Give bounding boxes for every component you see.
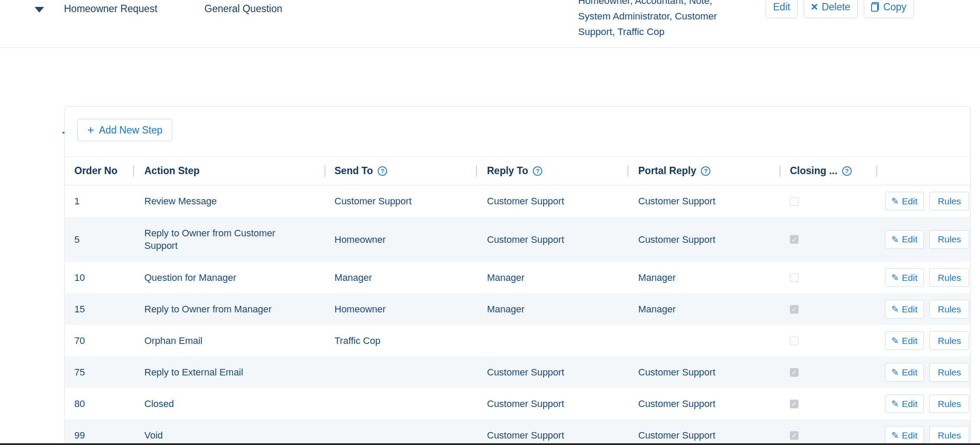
col-header-portal-reply: Portal Reply ? <box>638 165 790 177</box>
reply-to-cell: Manager <box>487 271 638 284</box>
send-to-cell: Traffic Cop <box>334 334 487 347</box>
closing-cell <box>790 273 855 282</box>
closing-checkbox[interactable]: ✓ <box>790 305 799 314</box>
record-header: Homeowner Request General Question Homeo… <box>0 0 980 48</box>
closing-checkbox[interactable]: ✓ <box>790 235 799 244</box>
portal-reply-cell: Customer Support <box>638 366 790 378</box>
row-edit-button[interactable]: ✎ Edit <box>885 268 924 287</box>
table-row: 15 Reply to Owner from Manager Homeowner… <box>65 293 970 325</box>
record-type: General Question <box>204 3 282 15</box>
column-divider <box>476 165 477 177</box>
action-step-cell: Reply to Owner from Manager <box>144 303 334 315</box>
row-rules-button[interactable]: Rules <box>929 268 969 287</box>
edit-button[interactable]: Edit <box>766 0 798 18</box>
portal-reply-cell: Manager <box>638 271 790 284</box>
pencil-icon: ✎ <box>891 368 899 377</box>
column-divider <box>780 165 780 177</box>
col-header-reply-to: Reply To ? <box>487 165 638 177</box>
tab-bar: Steps <box>0 48 980 106</box>
row-rules-button[interactable]: Rules <box>929 300 969 318</box>
send-to-cell: Homeowner <box>334 233 487 246</box>
row-rules-label: Rules <box>938 430 961 441</box>
roles-line: System Administrator, Customer <box>578 9 747 24</box>
order-no-cell: 70 <box>74 334 144 347</box>
order-no-cell: 80 <box>74 397 144 410</box>
row-rules-button[interactable]: Rules <box>929 426 969 445</box>
record-roles-text: Homeowner, Accountant, Note, System Admi… <box>578 0 747 40</box>
copy-button[interactable]: Copy <box>864 0 914 18</box>
closing-checkbox[interactable]: ✓ <box>790 368 799 377</box>
plus-icon: + <box>87 124 94 136</box>
portal-reply-cell: Customer Support <box>638 195 790 207</box>
portal-reply-cell: Customer Support <box>638 397 790 410</box>
send-to-help-icon[interactable]: ? <box>378 166 387 176</box>
action-step-cell: Orphan Email <box>144 334 334 347</box>
row-actions-cell: ✎ Edit Rules <box>855 192 970 210</box>
table-row: 80 Closed Customer Support Customer Supp… <box>65 388 970 420</box>
table-row: 5 Reply to Owner from Customer Support H… <box>65 217 970 262</box>
closing-checkbox[interactable] <box>790 273 799 282</box>
closing-checkbox[interactable] <box>790 197 799 206</box>
row-actions-cell: ✎ Edit Rules <box>855 394 970 413</box>
action-step-cell: Closed <box>144 397 334 410</box>
closing-help-icon[interactable]: ? <box>842 166 852 176</box>
col-label: Portal Reply <box>638 165 696 177</box>
row-edit-button[interactable]: ✎ Edit <box>885 363 924 381</box>
closing-cell: ✓ <box>790 305 855 314</box>
col-label: Reply To <box>487 165 528 177</box>
send-to-cell: Customer Support <box>334 195 487 207</box>
order-no-cell: 99 <box>74 429 144 442</box>
row-rules-button[interactable]: Rules <box>929 192 969 210</box>
action-step-cell: Reply to Owner from Customer Support <box>144 227 334 252</box>
record-title: Homeowner Request <box>64 3 157 15</box>
closing-checkbox[interactable]: ✓ <box>790 431 799 440</box>
send-to-cell: Homeowner <box>334 303 487 315</box>
order-no-cell: 10 <box>74 271 144 284</box>
row-edit-button[interactable]: ✎ Edit <box>885 192 924 210</box>
closing-cell <box>790 197 855 206</box>
row-edit-label: Edit <box>902 304 917 315</box>
reply-to-cell: Manager <box>487 303 638 315</box>
closing-checkbox[interactable] <box>790 337 799 345</box>
reply-to-cell: Customer Support <box>487 397 638 410</box>
row-rules-label: Rules <box>938 304 961 315</box>
row-edit-label: Edit <box>902 273 917 283</box>
row-rules-button[interactable]: Rules <box>929 230 969 249</box>
pencil-icon: ✎ <box>891 431 899 440</box>
order-no-cell: 5 <box>74 233 144 246</box>
row-rules-button[interactable]: Rules <box>929 363 969 381</box>
closing-cell: ✓ <box>790 368 855 377</box>
row-actions-cell: ✎ Edit Rules <box>855 300 970 318</box>
roles-line: Homeowner, Accountant, Note, <box>578 0 747 9</box>
row-edit-button[interactable]: ✎ Edit <box>885 394 924 413</box>
reply-to-help-icon[interactable]: ? <box>533 166 542 176</box>
copy-button-label: Copy <box>883 1 907 13</box>
row-rules-label: Rules <box>938 196 961 207</box>
order-no-cell: 75 <box>74 366 144 378</box>
row-edit-label: Edit <box>902 399 917 409</box>
row-edit-button[interactable]: ✎ Edit <box>885 300 924 318</box>
row-rules-button[interactable]: Rules <box>929 331 969 350</box>
closing-cell: ✓ <box>790 235 855 244</box>
row-edit-button[interactable]: ✎ Edit <box>885 230 924 249</box>
delete-button[interactable]: × Delete <box>804 0 858 18</box>
add-new-step-button[interactable]: + Add New Step <box>77 119 172 141</box>
record-actions: Edit × Delete Copy <box>766 0 914 18</box>
row-rules-label: Rules <box>938 234 961 245</box>
pencil-icon: ✎ <box>891 399 899 408</box>
caret-down-icon[interactable] <box>35 7 44 13</box>
closing-checkbox[interactable]: ✓ <box>790 400 799 408</box>
pencil-icon: ✎ <box>891 273 899 282</box>
row-rules-button[interactable]: Rules <box>929 394 969 413</box>
row-edit-button[interactable]: ✎ Edit <box>885 426 924 445</box>
reply-to-cell: Customer Support <box>487 366 638 378</box>
table-row: 70 Orphan Email Traffic Cop ✎ Edit Rules <box>65 325 970 356</box>
row-rules-label: Rules <box>938 399 961 409</box>
row-edit-button[interactable]: ✎ Edit <box>885 331 924 350</box>
send-to-cell: Manager <box>334 271 487 284</box>
portal-reply-help-icon[interactable]: ? <box>701 166 710 176</box>
table-row: 1 Review Message Customer Support Custom… <box>65 185 970 217</box>
table-row: 75 Reply to External Email Customer Supp… <box>65 356 970 388</box>
order-no-cell: 1 <box>74 195 144 207</box>
row-rules-label: Rules <box>938 273 961 283</box>
